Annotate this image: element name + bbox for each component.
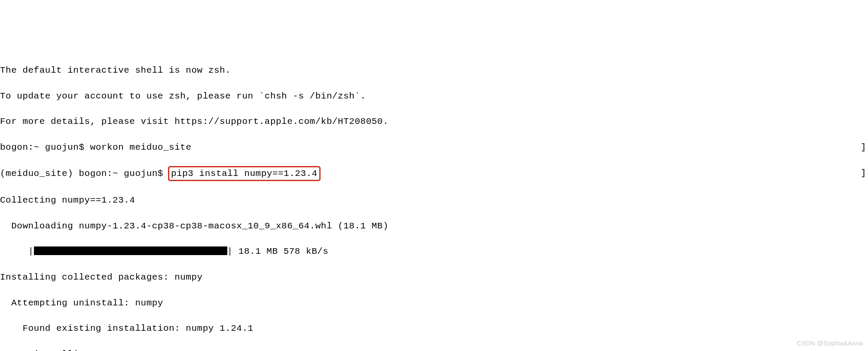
shell-notice-line: For more details, please visit https://s… — [0, 115, 868, 128]
bracket-icon: ] — [861, 141, 866, 154]
prompt-line: (meiduo_site) bogon:~ guojun$ pip3 insta… — [0, 167, 868, 182]
shell-notice-line: To update your account to use zsh, pleas… — [0, 90, 868, 103]
shell-prompt: bogon:~ guojun$ — [0, 142, 90, 152]
shell-prompt-venv: (meiduo_site) bogon:~ guojun$ — [0, 169, 169, 179]
terminal-output[interactable]: The default interactive shell is now zsh… — [0, 51, 868, 351]
pip-downloading: Downloading numpy-1.23.4-cp38-cp38-macos… — [0, 220, 868, 233]
command-text: workon meiduo_site — [90, 142, 192, 152]
highlighted-command: pip3 install numpy==1.23.4 — [168, 166, 321, 182]
progress-suffix: | 18.1 MB 578 kB/s — [227, 246, 329, 256]
progress-bar-filled — [34, 246, 227, 255]
progress-line: || 18.1 MB 578 kB/s — [0, 245, 868, 258]
pip-attempting: Attempting uninstall: numpy — [0, 297, 868, 310]
pip-installing: Installing collected packages: numpy — [0, 271, 868, 284]
pip-collecting: Collecting numpy==1.23.4 — [0, 194, 868, 207]
pip-command: pip3 install numpy==1.23.4 — [171, 169, 318, 179]
pip-found: Found existing installation: numpy 1.24.… — [0, 322, 868, 335]
bracket-icon: ] — [861, 167, 866, 180]
prompt-line: bogon:~ guojun$ workon meiduo_site] — [0, 141, 868, 154]
watermark-text: CSDN @Sophia&Anna — [797, 339, 863, 348]
progress-prefix: | — [0, 246, 34, 256]
pip-uninstalling: Uninstalling numpy-1.24.1: — [0, 348, 868, 351]
shell-notice-line: The default interactive shell is now zsh… — [0, 64, 868, 77]
